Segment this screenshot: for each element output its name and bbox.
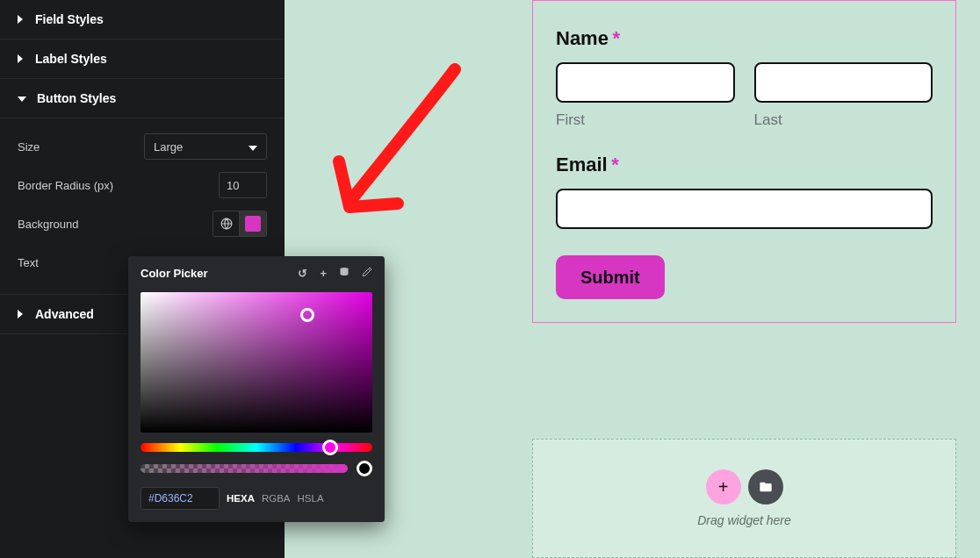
dropzone-label: Drag widget here bbox=[697, 513, 791, 527]
color-picker-title: Color Picker bbox=[141, 267, 208, 280]
size-row: Size Large bbox=[18, 127, 267, 166]
last-sublabel: Last bbox=[754, 111, 933, 129]
submit-button[interactable]: Submit bbox=[556, 255, 665, 299]
chevron-down-icon bbox=[249, 146, 257, 151]
alpha-thumb[interactable] bbox=[357, 461, 372, 476]
required-mark: * bbox=[611, 154, 619, 175]
alpha-slider[interactable] bbox=[141, 464, 348, 473]
size-select[interactable]: Large bbox=[144, 133, 267, 160]
eyedropper-icon[interactable] bbox=[362, 267, 372, 280]
globe-icon bbox=[220, 218, 233, 230]
section-label-styles[interactable]: Label Styles bbox=[0, 39, 285, 79]
style-sidebar: Field Styles Label Styles Button Styles … bbox=[0, 0, 285, 558]
first-sublabel: First bbox=[556, 111, 735, 129]
section-field-styles[interactable]: Field Styles bbox=[0, 0, 285, 39]
color-value-row: HEXA RGBA HSLA bbox=[128, 476, 385, 522]
section-label: Advanced bbox=[35, 307, 94, 321]
caret-down-icon bbox=[18, 97, 26, 104]
email-label: Email bbox=[556, 154, 608, 175]
size-value: Large bbox=[154, 140, 183, 154]
border-radius-input[interactable] bbox=[219, 172, 267, 198]
size-label: Size bbox=[18, 140, 144, 154]
hue-thumb[interactable] bbox=[322, 440, 338, 455]
editor-canvas[interactable]: Name * First Last Email * Submit + Drag bbox=[285, 0, 980, 558]
saturation-value-area[interactable] bbox=[141, 292, 372, 433]
first-name-input[interactable] bbox=[556, 62, 735, 103]
background-control bbox=[213, 211, 267, 237]
hue-slider[interactable] bbox=[141, 443, 372, 452]
color-picker-header: Color Picker ↺ + bbox=[128, 256, 385, 290]
section-label: Field Styles bbox=[35, 12, 104, 26]
border-radius-label: Border Radius (px) bbox=[18, 179, 219, 192]
folder-icon bbox=[759, 480, 773, 494]
name-label-row: Name * bbox=[556, 27, 933, 50]
background-row: Background bbox=[18, 204, 267, 243]
plus-icon[interactable]: + bbox=[320, 267, 327, 280]
sv-cursor[interactable] bbox=[300, 308, 314, 322]
global-color-button[interactable] bbox=[213, 211, 240, 237]
email-input[interactable] bbox=[556, 189, 933, 229]
background-swatch-button[interactable] bbox=[240, 211, 266, 237]
name-label: Name bbox=[556, 27, 609, 49]
annotation-arrow-icon bbox=[323, 56, 472, 223]
background-label: Background bbox=[18, 218, 213, 231]
last-name-input[interactable] bbox=[754, 62, 933, 103]
form-widget[interactable]: Name * First Last Email * Submit bbox=[532, 0, 956, 323]
caret-right-icon bbox=[18, 15, 25, 24]
caret-right-icon bbox=[18, 54, 25, 63]
alpha-row bbox=[141, 461, 372, 476]
color-picker-popover: Color Picker ↺ + HEXA RGB bbox=[128, 256, 385, 522]
format-rgba[interactable]: RGBA bbox=[262, 493, 291, 504]
plus-icon: + bbox=[718, 477, 729, 497]
section-label: Label Styles bbox=[35, 52, 107, 66]
stack-icon[interactable] bbox=[339, 267, 349, 280]
format-hexa[interactable]: HEXA bbox=[227, 493, 255, 504]
caret-right-icon bbox=[18, 310, 25, 318]
section-label: Button Styles bbox=[37, 91, 116, 105]
color-picker-toolbar: ↺ + bbox=[298, 267, 372, 280]
background-swatch bbox=[245, 216, 261, 232]
hex-input[interactable] bbox=[141, 487, 220, 510]
format-hsla[interactable]: HSLA bbox=[298, 493, 324, 504]
template-library-button[interactable] bbox=[748, 469, 783, 504]
widget-dropzone[interactable]: + Drag widget here bbox=[532, 439, 956, 558]
required-mark: * bbox=[612, 27, 620, 49]
border-radius-row: Border Radius (px) bbox=[18, 166, 267, 204]
undo-icon[interactable]: ↺ bbox=[298, 267, 307, 280]
section-button-styles[interactable]: Button Styles bbox=[0, 79, 285, 118]
add-widget-button[interactable]: + bbox=[706, 469, 741, 504]
